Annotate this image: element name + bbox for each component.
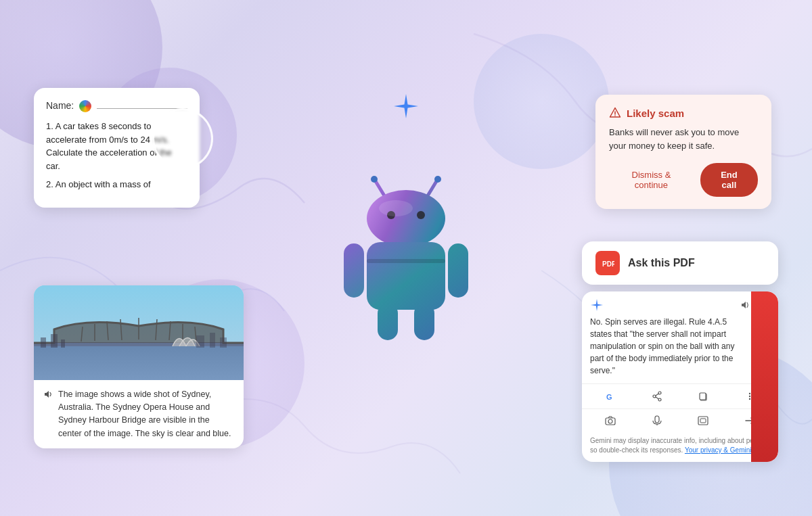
svg-rect-45 [655, 416, 659, 423]
gemini-card-container: PDF Ask this PDF [582, 241, 778, 462]
svg-point-4 [367, 190, 445, 247]
google-icon[interactable]: G [604, 390, 617, 403]
svg-rect-9 [448, 243, 468, 298]
red-tab-decoration [751, 291, 778, 462]
svg-line-36 [656, 394, 658, 396]
svg-rect-27 [61, 339, 65, 348]
svg-text:G: G [606, 393, 612, 401]
scam-actions: Dismiss & continue End call [609, 163, 758, 197]
pdf-icon: PDF [595, 251, 620, 275]
svg-rect-7 [367, 242, 445, 310]
gemini-header [582, 291, 778, 316]
gemini-toolbar: G [582, 383, 778, 408]
copy-icon[interactable] [696, 390, 710, 403]
gemini-answer-card: No. Spin serves are illegal. Rule 4.A.5 … [582, 291, 778, 462]
svg-text:PDF: PDF [602, 260, 614, 268]
svg-rect-26 [51, 334, 58, 348]
scam-title-text: Likely scam [627, 108, 684, 119]
sydney-caption: The image shows a wide shot of Sydney, A… [34, 380, 244, 449]
svg-point-33 [658, 392, 661, 394]
gemini-footer: Gemini may display inaccurate info, incl… [582, 432, 778, 462]
sydney-card: The image shows a wide shot of Sydney, A… [34, 285, 244, 449]
ask-pdf-button[interactable]: PDF Ask this PDF [582, 241, 778, 285]
svg-point-44 [608, 419, 612, 423]
gemini-logo [590, 298, 604, 312]
sydney-caption-text: The image shows a wide shot of Sydney, A… [58, 388, 234, 441]
gemini-sparkle-icon [392, 93, 420, 120]
share-icon[interactable] [650, 390, 664, 403]
speaker-icon [43, 390, 53, 441]
svg-rect-11 [414, 303, 434, 340]
svg-rect-25 [41, 337, 46, 348]
svg-rect-30 [220, 337, 227, 348]
color-dot [79, 100, 91, 112]
quiz-overlay-circle [152, 108, 213, 169]
svg-rect-8 [344, 243, 364, 298]
name-label: Name: [46, 99, 74, 113]
svg-line-37 [656, 397, 658, 399]
city-silhouette [34, 327, 244, 348]
svg-point-3 [434, 176, 441, 183]
microphone-icon[interactable] [651, 415, 663, 427]
svg-rect-10 [378, 303, 398, 340]
decorative-blob-5 [474, 34, 609, 169]
svg-point-6 [417, 211, 425, 219]
android-robot [332, 154, 480, 344]
svg-point-12 [379, 200, 413, 216]
svg-point-41 [749, 396, 750, 397]
svg-rect-39 [700, 393, 706, 400]
scam-body-text: Banks will never ask you to move your mo… [609, 126, 758, 152]
svg-rect-29 [210, 333, 215, 348]
svg-rect-48 [700, 419, 706, 423]
scam-warning-card: Likely scam Banks will never ask you to … [595, 95, 771, 209]
ask-pdf-label: Ask this PDF [628, 257, 695, 269]
name-line: Name: [46, 99, 187, 113]
sydney-image [34, 285, 244, 380]
svg-point-34 [653, 395, 656, 398]
quiz-card: Name: 1. A car takes 8 seconds to accele… [34, 88, 200, 208]
gemini-answer-text: No. Spin serves are illegal. Rule 4.A.5 … [582, 316, 778, 383]
sydney-water [34, 346, 244, 380]
scam-title: Likely scam [609, 107, 758, 119]
svg-point-15 [614, 115, 616, 116]
warning-icon [609, 107, 621, 119]
gemini-logo-icon [590, 298, 604, 312]
gemini-input-bar [582, 408, 778, 432]
dismiss-continue-button[interactable]: Dismiss & continue [609, 166, 694, 194]
svg-point-1 [371, 176, 378, 183]
svg-rect-13 [367, 259, 445, 263]
quiz-item-2: 2. An object with a mass of [46, 178, 187, 191]
camera-input-icon[interactable] [604, 415, 616, 427]
svg-point-40 [749, 393, 750, 394]
svg-rect-28 [196, 335, 204, 348]
svg-rect-47 [698, 417, 708, 425]
svg-point-35 [658, 398, 661, 401]
volume-icon[interactable] [740, 300, 751, 310]
svg-point-42 [749, 398, 750, 400]
screen-capture-icon[interactable] [697, 415, 709, 427]
end-call-button[interactable]: End call [700, 163, 758, 197]
